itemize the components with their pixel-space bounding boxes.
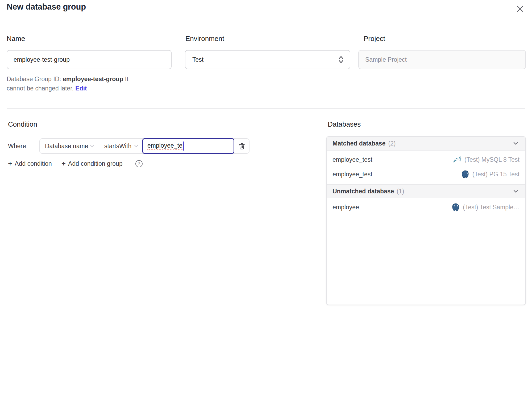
databases-panel: Matched database (2) employee_test (Test… — [326, 136, 526, 305]
unmatched-database-title: Unmatched database — [332, 188, 394, 195]
postgresql-icon — [451, 203, 460, 212]
condition-actions: + Add condition + Add condition group ? — [8, 160, 143, 167]
add-condition-group-button[interactable]: + Add condition group — [61, 160, 123, 167]
matched-database-title: Matched database — [332, 140, 385, 147]
name-label: Name — [7, 35, 25, 43]
condition-heading: Condition — [8, 120, 37, 128]
database-name: employee — [332, 204, 359, 211]
instance-info: (Test) MySQL 8 Test — [453, 155, 519, 164]
matched-database-title-group: Matched database (2) — [332, 140, 396, 147]
plus-icon: + — [61, 160, 66, 167]
condition-operator-value: startsWith — [104, 143, 131, 150]
id-hint-prefix: Database Group ID: — [7, 76, 63, 82]
unmatched-database-title-group: Unmatched database (1) — [332, 188, 404, 195]
table-row: employee (Test) Test Sample… — [327, 200, 525, 215]
mysql-icon — [453, 155, 462, 164]
header-divider — [0, 22, 532, 22]
condition-expression-group: Database name startsWith employee_te — [39, 138, 250, 154]
condition-factor-value: Database name — [45, 143, 88, 150]
close-icon — [516, 4, 525, 13]
condition-value-text: employee_te — [147, 142, 182, 150]
unmatched-database-header[interactable]: Unmatched database (1) — [327, 184, 525, 198]
name-input[interactable] — [7, 50, 172, 69]
help-icon[interactable]: ? — [135, 160, 143, 167]
section-divider — [7, 108, 525, 109]
matched-database-count: (2) — [388, 140, 396, 147]
add-condition-button[interactable]: + Add condition — [8, 160, 52, 167]
plus-icon: + — [8, 160, 12, 167]
chevron-down-icon — [133, 143, 139, 149]
project-field[interactable] — [358, 50, 526, 69]
database-group-id-hint: Database Group ID: employee-test-group I… — [7, 74, 138, 93]
close-button[interactable] — [514, 3, 526, 15]
instance-label: (Test) MySQL 8 Test — [464, 156, 519, 163]
condition-row: Where Database name startsWith employee_… — [8, 138, 250, 154]
table-row: employee_test (Test) MySQL 8 Test — [327, 152, 525, 167]
id-hint-value: employee-test-group — [63, 76, 123, 82]
databases-heading: Databases — [328, 120, 361, 128]
instance-info: (Test) PG 15 Test — [461, 170, 519, 179]
edit-id-link[interactable]: Edit — [75, 85, 87, 92]
page-title: New database group — [7, 2, 86, 12]
unmatched-database-count: (1) — [397, 188, 404, 195]
unmatched-database-rows: employee (Test) Test Sample… — [327, 198, 525, 217]
condition-value-input[interactable]: employee_te — [142, 138, 234, 154]
matched-database-header[interactable]: Matched database (2) — [327, 137, 525, 151]
database-name: employee_test — [332, 156, 372, 163]
project-label: Project — [364, 35, 385, 43]
chevron-down-icon — [89, 143, 95, 149]
where-label: Where — [8, 143, 39, 150]
matched-database-rows: employee_test (Test) MySQL 8 Test employ… — [327, 151, 525, 184]
environment-label: Environment — [185, 35, 224, 43]
chevron-down-icon — [512, 188, 519, 195]
instance-label: (Test) PG 15 Test — [472, 171, 519, 178]
new-database-group-dialog: New database group Name Environment Test… — [0, 0, 532, 399]
add-condition-group-label: Add condition group — [68, 160, 123, 167]
environment-select[interactable]: Test — [185, 50, 350, 69]
chevron-down-icon — [512, 140, 519, 147]
delete-condition-button[interactable] — [234, 139, 249, 153]
table-row: employee_test (Test) PG 15 Test — [327, 167, 525, 182]
add-condition-label: Add condition — [15, 160, 52, 167]
condition-factor-dropdown[interactable]: Database name — [40, 139, 99, 153]
instance-info: (Test) Test Sample… — [451, 203, 519, 212]
instance-label: (Test) Test Sample… — [463, 204, 519, 211]
chevron-updown-icon — [338, 55, 344, 64]
condition-operator-dropdown[interactable]: startsWith — [99, 139, 143, 153]
database-name: employee_test — [332, 171, 372, 178]
postgresql-icon — [461, 170, 470, 179]
environment-selected-value: Test — [192, 56, 203, 63]
trash-icon — [238, 142, 246, 150]
text-cursor — [183, 142, 184, 151]
